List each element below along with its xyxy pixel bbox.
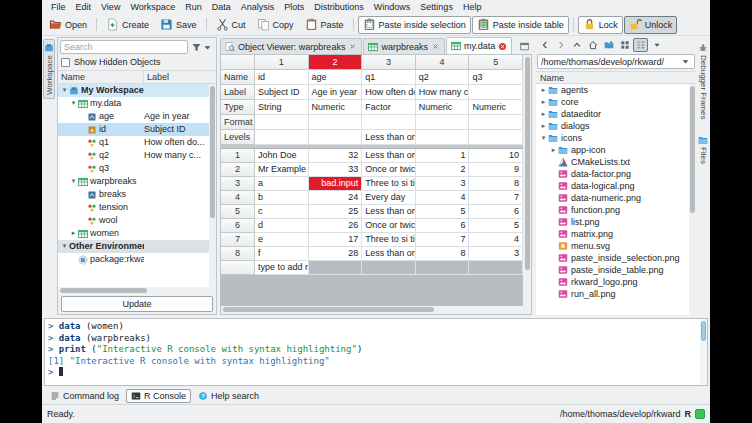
menu-settings[interactable]: Settings <box>415 0 458 14</box>
file-row-run-all-png[interactable]: run_all.png <box>536 288 696 300</box>
file-row-dataeditor[interactable]: ▸dataeditor <box>536 108 696 120</box>
tab-close-icon[interactable] <box>498 42 507 51</box>
console-line[interactable]: > data (warpbreaks) <box>48 333 695 345</box>
file-row-menu-svg[interactable]: menu.svg <box>536 240 696 252</box>
data-cell[interactable]: 3 <box>469 247 523 261</box>
data-row-header-5[interactable]: 5 <box>221 205 255 219</box>
column-header-1[interactable]: 1 <box>255 55 309 70</box>
column-header-name[interactable]: Name <box>58 71 144 83</box>
meta-cell[interactable]: Numeric <box>416 100 470 115</box>
column-header-5[interactable]: 5 <box>469 55 523 70</box>
menu-help[interactable]: Help <box>458 0 487 14</box>
data-cell[interactable]: 8 <box>469 177 523 191</box>
menu-run[interactable]: Run <box>180 0 207 14</box>
search-input[interactable]: Search <box>60 40 188 54</box>
detach-icon[interactable] <box>517 41 532 54</box>
data-cell[interactable]: Less than onc... <box>362 247 416 261</box>
data-cell[interactable]: b <box>255 191 309 205</box>
file-row-data-logical-png[interactable]: data-logical.png <box>536 180 696 192</box>
expander-icon[interactable]: ▸ <box>539 108 548 120</box>
menu-file[interactable]: File <box>46 0 71 14</box>
data-cell[interactable]: a <box>255 177 309 191</box>
data-cell[interactable]: 5 <box>416 205 470 219</box>
dock-tab-files[interactable]: Files <box>697 131 709 168</box>
meta-cell[interactable] <box>309 130 363 145</box>
meta-row-header-type[interactable]: Type <box>221 100 255 115</box>
editor-tab-object-viewer-warpbreaks[interactable]: Object Viewer: warpbreaks <box>220 38 362 54</box>
meta-row-header-label[interactable]: Label <box>221 85 255 100</box>
workspace-dock-tab[interactable]: Workspace <box>43 39 55 99</box>
meta-cell[interactable]: Less than on... <box>362 130 416 145</box>
meta-row-header-levels[interactable]: Levels <box>221 130 255 145</box>
data-cell[interactable]: 25 <box>309 205 363 219</box>
file-row-data-factor-png[interactable]: data-factor.png <box>536 168 696 180</box>
data-cell[interactable]: Mr Example <box>255 163 309 177</box>
column-header-3[interactable]: 3 <box>362 55 416 70</box>
console-line[interactable]: > data (women) <box>48 321 695 333</box>
data-row-header-7[interactable]: 7 <box>221 233 255 247</box>
paste-inside-selection-button[interactable]: Paste inside selection <box>358 16 471 34</box>
data-cell[interactable]: 33 <box>309 163 363 177</box>
bottom-tab-r-console[interactable]: R Console <box>126 389 191 403</box>
meta-cell[interactable]: Age in year <box>309 85 363 100</box>
console-line[interactable]: [1] "Interactive R console with syntax h… <box>48 356 695 368</box>
menu-data[interactable]: Data <box>207 0 236 14</box>
meta-cell[interactable] <box>469 130 523 145</box>
data-cell[interactable]: 1 <box>416 149 470 163</box>
data-cell[interactable]: Once or twice... <box>362 219 416 233</box>
menu-plots[interactable]: Plots <box>279 0 309 14</box>
data-cell[interactable]: 8 <box>416 247 470 261</box>
tree-row-q1[interactable]: q1How often do... <box>58 136 216 149</box>
tree-scrollbar[interactable] <box>209 84 216 287</box>
path-combobox[interactable]: /home/thomas/develop/rkward/ <box>537 54 695 69</box>
cut-button[interactable]: Cut <box>211 16 251 34</box>
data-cell[interactable]: 26 <box>309 219 363 233</box>
data-cell[interactable]: Three to si ti... <box>362 233 416 247</box>
tree-row-my-data[interactable]: ▾my.data <box>58 97 216 110</box>
meta-cell[interactable] <box>255 115 309 130</box>
file-row-core[interactable]: ▸core <box>536 96 696 108</box>
data-cell[interactable]: 9 <box>469 163 523 177</box>
menu-edit[interactable]: Edit <box>71 0 97 14</box>
tree-view-button[interactable] <box>633 38 648 52</box>
data-cell[interactable]: c <box>255 205 309 219</box>
meta-row-header-format[interactable]: Format <box>221 115 255 130</box>
tab-close-icon[interactable] <box>348 42 357 51</box>
meta-cell[interactable] <box>416 130 470 145</box>
meta-cell[interactable]: String <box>255 100 309 115</box>
paste-button[interactable]: Paste <box>300 16 349 34</box>
files-scrollbar[interactable] <box>689 84 696 315</box>
data-cell[interactable]: Every day <box>362 191 416 205</box>
meta-row-header-name[interactable]: Name <box>221 70 255 85</box>
grid-hscrollbar[interactable] <box>221 306 531 314</box>
data-cell[interactable]: e <box>255 233 309 247</box>
data-cell[interactable]: Once or twice... <box>362 163 416 177</box>
data-cell[interactable]: 7 <box>469 191 523 205</box>
tree-row-id[interactable]: aidSubject ID <box>58 123 216 136</box>
file-row-paste-inside-table-png[interactable]: paste_inside_table.png <box>536 264 696 276</box>
data-cell[interactable]: 6 <box>469 205 523 219</box>
expander-icon[interactable]: ▸ <box>549 144 558 156</box>
data-row-header-1[interactable]: 1 <box>221 149 255 163</box>
data-cell[interactable]: 4 <box>416 191 470 205</box>
add-row-input[interactable]: type to add row <box>255 261 309 275</box>
expander-icon[interactable]: ▸ <box>69 227 78 240</box>
data-row-header-6[interactable]: 6 <box>221 219 255 233</box>
file-row-cmakelists-txt[interactable]: CMakeLists.txt <box>536 156 696 168</box>
save-button[interactable]: Save <box>155 16 202 34</box>
file-row-dialogs[interactable]: ▸dialogs <box>536 120 696 132</box>
show-hidden-checkbox[interactable] <box>61 58 70 67</box>
tree-row-wool[interactable]: wool <box>58 214 216 227</box>
data-cell[interactable]: 10 <box>469 149 523 163</box>
tree-row-my-workspace[interactable]: ▾My Workspace <box>58 84 216 97</box>
data-row-header-4[interactable]: 4 <box>221 191 255 205</box>
data-cell[interactable]: 28 <box>309 247 363 261</box>
data-row-header-8[interactable]: 8 <box>221 247 255 261</box>
meta-cell[interactable]: q2 <box>416 70 470 85</box>
file-row-list-png[interactable]: list.png <box>536 216 696 228</box>
meta-cell[interactable]: Subject ID <box>255 85 309 100</box>
open-button[interactable]: Open <box>44 16 92 34</box>
data-cell[interactable]: Less than onc... <box>362 149 416 163</box>
tab-close-icon[interactable] <box>431 42 440 51</box>
data-cell[interactable]: 17 <box>309 233 363 247</box>
